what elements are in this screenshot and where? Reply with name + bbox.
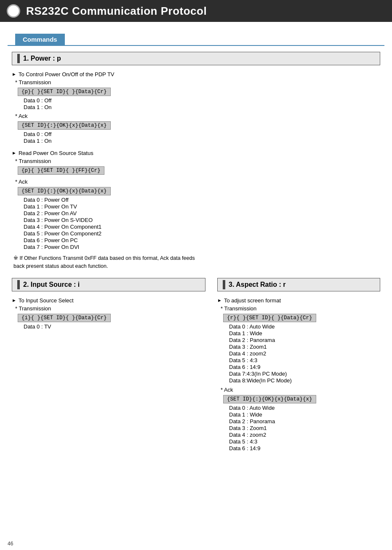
section1-title: 1. Power : p [12,52,380,65]
ack-data-sec3-3: Data 3 : Zoom1 [229,425,380,431]
tx-data-sec3-6: Data 6 : 14:9 [229,364,380,370]
ack-data-2-2: Data 2 : Power On AV [24,210,205,216]
header-circle-icon [7,4,20,18]
section1-note: ※ If Other Functions Transmit 0xFF data … [13,254,205,270]
page-header: RS232C Communication Protocol [0,0,392,22]
tx-data-sec2-first: Data 0 : TV [24,323,205,330]
tx-data-sec3-5: Data 5 : 4:3 [229,357,380,363]
tx-data-sec3-3: Data 3 : Zoom1 [229,344,380,350]
ack-data-sec3-2: Data 2 : Panorama [229,418,380,425]
tx-label-sec2: * Transmission [15,305,205,312]
tx-data-1-1: Data 1 : On [24,104,205,110]
bullet-arrow-icon4: ► [217,298,222,303]
ack-data-2-4: Data 4 : Power On Component1 [24,224,205,230]
tx-code-2: {p}{ }{SET ID}{ }{FF}{Cr} [18,166,104,175]
tx-label-sec3: * Transmission [221,305,380,312]
ack-data-2-1: Data 1 : Power On TV [24,203,205,210]
power-control-bullet: ► To Control Power On/Off of the PDP TV [12,71,205,77]
ack-data-sec3-0: Data 0 : Auto Wide [229,405,380,411]
ack-label-sec3: * Ack [221,387,380,393]
page-wrapper: RS232C Communication Protocol Commands 1… [0,0,392,550]
ack-data-1-0: Data 0 : Off [24,131,205,137]
section2-title: 2. Input Source : i [12,278,205,291]
ack-data-sec3-4: Data 4 : zoom2 [229,432,380,438]
ack-label-1: * Ack [15,113,205,119]
page-title: RS232C Communication Protocol [26,5,207,18]
tx-data-sec3-2: Data 2 : Panorama [229,337,380,343]
tx-data-1-0: Data 0 : Off [24,97,205,104]
bullet-arrow-icon2: ► [12,150,16,155]
ack-data-1-1: Data 1 : On [24,138,205,144]
tx-data-sec3-8: Data 8:Wide(In PC Mode) [229,377,380,384]
tx-data-sec3-1: Data 1 : Wide [229,330,380,336]
section2-bar [17,280,20,289]
input-source-bullet: ► To Input Source Select [12,297,205,304]
tx-code-sec3: {r}{ }{SET ID}{ }{Data}{Cr} [223,314,316,322]
tx-data-sec3-0: Data 0 : Auto Wide [229,323,380,330]
read-power-bullet: ► Read Power On Source Status [12,150,205,156]
tx-code-1: {p}{ }{SET ID}{ }{Data}{Cr} [18,88,111,96]
ack-code-1: {SET ID}{:}{OK}{x}{Data}{x} [18,121,111,130]
ack-data-2-6: Data 6 : Power On PC [24,237,205,243]
page-number: 46 [8,541,13,547]
ack-code-sec3: {SET ID}{:}{OK}{x}{Data}{x} [223,395,316,403]
ack-data-2-0: Data 0 : Power Off [24,197,205,203]
section1-bar [17,54,20,63]
tx-code-sec2: {i}{ }{SET ID}{ }{Data}{Cr} [18,314,111,322]
ack-data-2-7: Data 7 : Power On DVI [24,244,205,250]
tx-label-2: * Transmission [15,158,205,164]
aspect-ratio-bullet: ► To adjust screen format [217,297,380,304]
ack-data-2-3: Data 3 : Power On S-VIDEO [24,217,205,223]
ack-data-sec3-5: Data 5 : 4:3 [229,438,380,445]
ack-code-2: {SET ID}{:}{OK}{x}{Data}{x} [18,187,111,195]
section3-title: 3. Aspect Ratio : r [217,278,380,291]
section3-bar [223,280,225,289]
bullet-arrow-icon: ► [12,72,16,77]
ack-data-2-5: Data 5 : Power On Component2 [24,230,205,237]
tx-data-sec3-4: Data 4 : zoom2 [229,350,380,357]
tx-data-sec3-7: Data 7:4:3(In PC Mode) [229,371,380,377]
tx-label-1: * Transmission [15,79,205,85]
ack-data-sec3-6: Data 6 : 14:9 [229,445,380,451]
ack-label-2: * Ack [15,179,205,185]
bullet-arrow-icon3: ► [12,298,16,303]
ack-data-sec3-1: Data 1 : Wide [229,411,380,418]
commands-label: Commands [15,34,65,45]
